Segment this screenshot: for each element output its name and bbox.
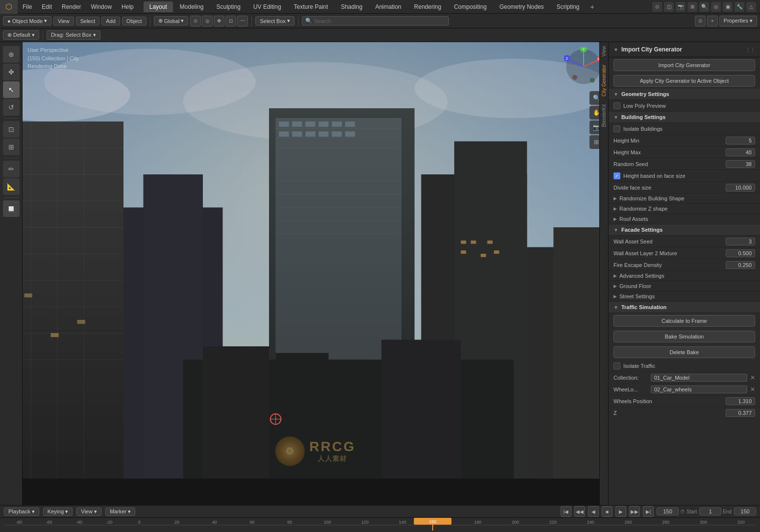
view-menu-btn[interactable]: View bbox=[53, 17, 74, 25]
edge-tab-blenderkit[interactable]: BlenderKit bbox=[600, 100, 608, 131]
random-seed-value[interactable]: 38 bbox=[726, 160, 755, 168]
tab-scripting[interactable]: Scripting bbox=[551, 1, 586, 12]
3d-viewport[interactable]: User Perspective (150) Collection | City… bbox=[23, 42, 608, 505]
tab-animation[interactable]: Animation bbox=[369, 1, 407, 12]
collection-value[interactable]: 01_Car_Model bbox=[651, 374, 747, 382]
divide-face-value[interactable]: 10.000 bbox=[726, 184, 755, 192]
marker-menu-btn[interactable]: Marker ▾ bbox=[105, 508, 135, 516]
proportional-options-icon[interactable]: ⊡ bbox=[225, 16, 236, 26]
height-based-checkbox[interactable]: ✓ bbox=[613, 172, 620, 179]
add-tab-button[interactable]: + bbox=[587, 1, 598, 13]
object-menu-btn[interactable]: Object bbox=[122, 17, 147, 25]
current-frame-display[interactable]: 150 bbox=[657, 508, 679, 515]
tab-geometry-nodes[interactable]: Geometry Nodes bbox=[493, 1, 550, 12]
wall-asset-seed-value[interactable]: 3 bbox=[726, 238, 755, 245]
play-btn[interactable]: ▶ bbox=[615, 506, 626, 517]
view-layer-icon[interactable]: ◫ bbox=[664, 2, 674, 12]
menu-window[interactable]: Window bbox=[86, 1, 117, 12]
tab-uv-editing[interactable]: UV Editing bbox=[247, 1, 287, 12]
fire-escape-value[interactable]: 0.250 bbox=[726, 261, 755, 269]
end-frame-display[interactable]: 150 bbox=[734, 508, 756, 515]
scene-icon[interactable]: ⊙ bbox=[652, 2, 662, 12]
measure-tool[interactable]: 📐 bbox=[3, 178, 20, 195]
step-forward-btn[interactable]: ▶▶ bbox=[629, 506, 640, 517]
render-props-icon[interactable]: 📷 bbox=[676, 2, 686, 12]
tab-rendering[interactable]: Rendering bbox=[408, 1, 447, 12]
jump-start-btn[interactable]: |◀ bbox=[561, 506, 571, 517]
drag-select-btn[interactable]: Drag: Select Box ▾ bbox=[47, 30, 100, 40]
low-poly-checkbox[interactable] bbox=[613, 102, 620, 109]
import-city-generator-btn[interactable]: Import City Generator bbox=[613, 59, 755, 71]
wheels-position-value[interactable]: 1.310 bbox=[726, 397, 755, 405]
overlay-icon[interactable]: ⊙ bbox=[695, 16, 706, 26]
height-min-value[interactable]: 5 bbox=[726, 137, 755, 145]
add-menu-btn[interactable]: Add bbox=[101, 17, 120, 25]
search-box[interactable]: 🔍 Search bbox=[302, 16, 449, 25]
collection-clear-btn[interactable]: ✕ bbox=[750, 374, 755, 381]
isolate-buildings-checkbox[interactable] bbox=[613, 125, 620, 132]
isolate-traffic-checkbox[interactable] bbox=[613, 363, 620, 369]
apply-city-generator-btn[interactable]: Apply City Generator to Active Object bbox=[613, 75, 755, 87]
menu-help[interactable]: Help bbox=[117, 1, 139, 12]
transform-options-icon[interactable]: 〰 bbox=[237, 16, 248, 26]
proportional-edit-icon[interactable]: ◎ bbox=[202, 16, 213, 26]
tab-modeling[interactable]: Modeling bbox=[174, 1, 210, 12]
height-max-value[interactable]: 40 bbox=[726, 148, 755, 156]
wheels-value[interactable]: 02_Car_wheels bbox=[651, 386, 747, 393]
tab-layout[interactable]: Layout bbox=[144, 1, 173, 12]
scale-tool[interactable]: ⊡ bbox=[3, 121, 20, 138]
panel-options-icon[interactable]: ⋮⋮ bbox=[745, 47, 755, 52]
wall-layer-value[interactable]: 0.500 bbox=[726, 249, 755, 257]
playback-menu-btn[interactable]: Playback ▾ bbox=[4, 508, 39, 516]
traffic-simulation-header[interactable]: ▼ Traffic Simulation bbox=[609, 302, 760, 313]
stop-btn[interactable]: ■ bbox=[602, 506, 613, 517]
edge-tab-city-generator[interactable]: City Generator bbox=[600, 61, 608, 100]
move-tool[interactable]: ✤ bbox=[3, 64, 20, 80]
z-value[interactable]: 0.377 bbox=[726, 409, 755, 417]
modifier-props-icon[interactable]: 🔧 bbox=[735, 2, 744, 12]
gizmo-icon[interactable]: ⌖ bbox=[707, 16, 718, 26]
annotate-tool[interactable]: ✏ bbox=[3, 161, 20, 177]
transform-tool[interactable]: ⊞ bbox=[3, 139, 20, 155]
transform-3d-tool[interactable]: 🔲 bbox=[3, 200, 20, 217]
menu-edit[interactable]: Edit bbox=[37, 1, 57, 12]
calculate-to-frame-btn[interactable]: Calculate to Frame bbox=[613, 315, 755, 327]
start-frame-display[interactable]: 1 bbox=[699, 508, 721, 515]
cursor-tool[interactable]: ⊕ bbox=[3, 46, 20, 63]
ground-floor-header[interactable]: ▶ Ground Floor bbox=[609, 281, 760, 291]
props-btn[interactable]: Properties ▾ bbox=[719, 16, 757, 26]
roof-assets-header[interactable]: ▶ Roof Assets bbox=[609, 214, 760, 224]
snap-icon[interactable]: ⊙ bbox=[190, 16, 201, 26]
tab-compositing[interactable]: Compositing bbox=[448, 1, 492, 12]
jump-end-btn[interactable]: ▶| bbox=[643, 506, 654, 517]
delete-bake-btn[interactable]: Delete Bake bbox=[613, 346, 755, 358]
view-props-icon[interactable]: 🔍 bbox=[699, 2, 709, 12]
geometry-settings-header[interactable]: ▼ Geometry Settings bbox=[609, 89, 760, 100]
step-back-btn[interactable]: ◀◀ bbox=[574, 506, 585, 517]
timeline-ruler[interactable]: -80 -60 -40 -20 0 20 40 60 80 100 120 14… bbox=[0, 518, 760, 532]
building-settings-header[interactable]: ▼ Building Settings bbox=[609, 112, 760, 123]
keying-menu-btn[interactable]: Keying ▾ bbox=[43, 508, 73, 516]
orientation-btn-2[interactable]: ⊕ Default ▾ bbox=[3, 30, 39, 40]
edge-tab-view[interactable]: View bbox=[600, 42, 608, 61]
menu-file[interactable]: File bbox=[18, 1, 37, 12]
navigation-gizmo[interactable]: X Y Z bbox=[564, 47, 603, 86]
rotate-tool[interactable]: ↺ bbox=[3, 99, 20, 116]
orientation-selector[interactable]: ⊕ Global ▾ bbox=[154, 16, 189, 25]
bake-simulation-btn[interactable]: Bake Simulation bbox=[613, 331, 755, 342]
world-props-icon[interactable]: ◎ bbox=[711, 2, 721, 12]
select-tool[interactable]: ↖ bbox=[3, 81, 20, 98]
drag-selector[interactable]: Select Box ▾ bbox=[255, 16, 294, 25]
randomize-building-header[interactable]: ▶ Randomize Building Shape bbox=[609, 193, 760, 204]
tab-sculpting[interactable]: Sculpting bbox=[211, 1, 246, 12]
wheels-clear-btn[interactable]: ✕ bbox=[750, 386, 755, 393]
advanced-settings-header[interactable]: ▶ Advanced Settings bbox=[609, 271, 760, 281]
view-menu-btn-bottom[interactable]: View ▾ bbox=[76, 508, 101, 516]
transform-icon[interactable]: ✤ bbox=[214, 16, 224, 26]
mode-selector[interactable]: ● Object Mode ▾ bbox=[3, 16, 51, 25]
facade-settings-header[interactable]: ▼ Facade Settings bbox=[609, 224, 760, 236]
panel-collapse-arrow[interactable]: ▼ bbox=[613, 47, 618, 52]
object-props-icon[interactable]: ▣ bbox=[723, 2, 733, 12]
data-props-icon[interactable]: △ bbox=[746, 2, 756, 12]
tab-texture-paint[interactable]: Texture Paint bbox=[288, 1, 334, 12]
